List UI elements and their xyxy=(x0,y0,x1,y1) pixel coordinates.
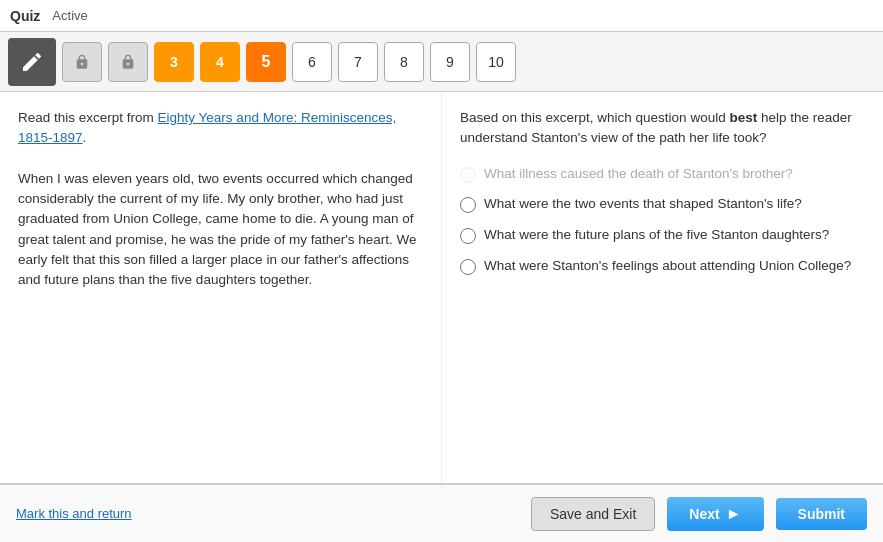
lock-icon-2 xyxy=(120,54,136,70)
answer-option-1[interactable]: What illness caused the death of Stanton… xyxy=(460,165,865,184)
nav-item-1[interactable] xyxy=(62,42,102,82)
nav-item-4[interactable]: 4 xyxy=(200,42,240,82)
edit-button[interactable] xyxy=(8,38,56,86)
answer-option-4[interactable]: What were Stanton's feelings about atten… xyxy=(460,257,865,276)
answer-option-3[interactable]: What were the future plans of the five S… xyxy=(460,226,865,245)
passage-intro: Read this excerpt from Eighty Years and … xyxy=(18,108,423,149)
top-bar: Quiz Active xyxy=(0,0,883,32)
label-opt4: What were Stanton's feelings about atten… xyxy=(484,257,851,276)
bottom-bar: Mark this and return Save and Exit Next … xyxy=(0,484,883,542)
nav-item-6[interactable]: 6 xyxy=(292,42,332,82)
nav-item-5[interactable]: 5 xyxy=(246,42,286,82)
radio-opt2[interactable] xyxy=(460,197,476,213)
nav-item-9[interactable]: 9 xyxy=(430,42,470,82)
nav-item-3[interactable]: 3 xyxy=(154,42,194,82)
question-nav: 3 4 5 6 7 8 9 10 xyxy=(0,32,883,92)
label-opt3: What were the future plans of the five S… xyxy=(484,226,829,245)
passage-panel: Read this excerpt from Eighty Years and … xyxy=(0,92,442,483)
pencil-icon xyxy=(20,50,44,74)
label-opt1: What illness caused the death of Stanton… xyxy=(484,165,793,184)
mark-return-link[interactable]: Mark this and return xyxy=(16,506,519,521)
next-arrow-icon: ► xyxy=(726,505,742,523)
nav-item-10[interactable]: 10 xyxy=(476,42,516,82)
next-button[interactable]: Next ► xyxy=(667,497,763,531)
lock-icon-1 xyxy=(74,54,90,70)
status-label: Active xyxy=(52,8,87,23)
save-exit-button[interactable]: Save and Exit xyxy=(531,497,655,531)
radio-opt3[interactable] xyxy=(460,228,476,244)
radio-opt4[interactable] xyxy=(460,259,476,275)
question-text: Based on this excerpt, which question wo… xyxy=(460,108,865,149)
answer-option-2[interactable]: What were the two events that shaped Sta… xyxy=(460,195,865,214)
question-panel: Based on this excerpt, which question wo… xyxy=(442,92,883,483)
nav-item-2[interactable] xyxy=(108,42,148,82)
passage-body: When I was eleven years old, two events … xyxy=(18,169,423,291)
nav-item-7[interactable]: 7 xyxy=(338,42,378,82)
radio-opt1[interactable] xyxy=(460,167,476,183)
main-content: Read this excerpt from Eighty Years and … xyxy=(0,92,883,484)
submit-button[interactable]: Submit xyxy=(776,498,867,530)
nav-item-8[interactable]: 8 xyxy=(384,42,424,82)
quiz-label: Quiz xyxy=(10,8,40,24)
label-opt2: What were the two events that shaped Sta… xyxy=(484,195,802,214)
